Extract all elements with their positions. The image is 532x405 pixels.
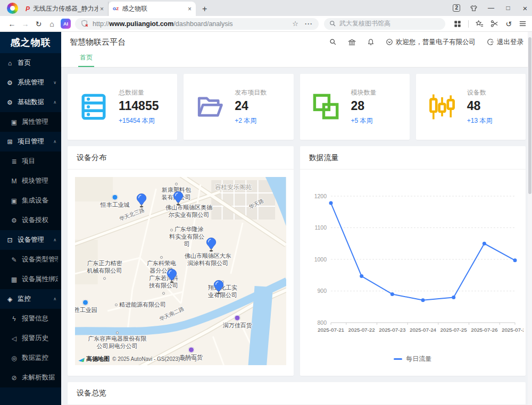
poi-dot-icon	[160, 256, 163, 259]
map-canvas[interactable]: 新康塑料包装有限公司容桂安乐阁苑恒丰工业城华天北三路佛山市顺德区奥德尔实业有限公…	[75, 177, 286, 365]
close-button[interactable]: ×	[521, 4, 529, 13]
theme-shirt-icon[interactable]	[470, 4, 478, 12]
sidebar-item-alarm-history[interactable]: ◁报警历史	[0, 328, 61, 348]
forward-button[interactable]: →	[19, 20, 32, 28]
sidebar-item-device-attribute-binding[interactable]: ▦设备属性绑定	[0, 269, 61, 289]
reload-button[interactable]: ↻	[32, 20, 45, 28]
gear-icon: ⚙	[6, 79, 14, 87]
sidebar-item-device-type-management[interactable]: ✎设备类型管理	[0, 250, 61, 269]
sidebar-item-device-management[interactable]: ⊡设备管理∧	[0, 230, 61, 250]
stat-label: 模块数量	[351, 88, 377, 97]
sidebar-item-basic-data[interactable]: ⚙基础数据∧	[0, 92, 61, 112]
amap-logo[interactable]: 高德地图	[78, 355, 110, 363]
stat-card-database: 总数据量114855+15454 本周	[68, 74, 177, 140]
device-marker-icon[interactable]	[173, 191, 184, 208]
modules-icon	[312, 92, 340, 121]
chart-body: 8009001000110012002025-07-212025-07-2220…	[300, 170, 526, 364]
map-poi-label: 佛山市顺德区奥德尔实业有限公司	[164, 205, 213, 220]
tab-close-icon[interactable]: ×	[100, 5, 104, 13]
map-label-text: 精进能源有限公司	[119, 301, 166, 308]
poi-dot-icon	[175, 183, 178, 185]
sidebar-item-data-monitoring[interactable]: ◎数据监控	[0, 348, 61, 368]
browser-tab-sensor[interactable]: P 无线压力传感器_静力水准仪_ ×	[21, 2, 109, 16]
bell-icon[interactable]	[367, 38, 375, 46]
chart-legend[interactable]: 每日流量	[394, 355, 431, 364]
map-label-text: 容桂安乐阁苑	[215, 184, 252, 190]
stat-value: 24	[235, 99, 267, 113]
search-box[interactable]: 武大复核图书馆高	[324, 18, 445, 30]
device-marker-icon[interactable]	[213, 280, 224, 297]
poi-dot-icon	[103, 277, 106, 280]
svg-text:2025-07-22: 2025-07-22	[348, 327, 375, 333]
favorites-icon[interactable]	[476, 20, 484, 28]
device-marker-icon[interactable]	[136, 193, 147, 210]
sidebar-item-monitoring[interactable]: ◈监控∧	[0, 289, 61, 309]
sidebar-item-label: 项目	[22, 157, 35, 166]
menu-icon[interactable]	[519, 20, 527, 28]
page-scrollbar[interactable]	[528, 32, 532, 405]
back-button[interactable]: ←	[5, 20, 19, 28]
stat-label: 总数据量	[119, 88, 159, 97]
logout-button[interactable]: 退出登录	[487, 38, 523, 47]
stat-delta: +5 本周	[351, 116, 377, 125]
tab-home[interactable]: 首页	[78, 53, 94, 67]
tab-count-badge[interactable]: 2	[453, 4, 460, 12]
sidebar-item-label: 系统管理	[18, 78, 44, 87]
stat-card-devices: 设备数48+13 本周	[416, 74, 526, 140]
map-poi-label: 胜工业园	[75, 300, 97, 314]
sidebar-item-label: 监控	[18, 294, 31, 303]
user-circle-icon	[386, 38, 393, 46]
browser-tab-ganzhi[interactable]: GZ 感之物联 ×	[109, 2, 196, 16]
scrollbar-thumb[interactable]	[528, 37, 531, 194]
sidebar-item-label: 首页	[18, 58, 31, 68]
sidebar-item-module-management[interactable]: M模块管理	[0, 171, 61, 191]
monitor-icon: ◎	[10, 355, 18, 362]
map-attribution: 高德地图 © 2025 AutoNavi - GS(2023)4677号	[78, 355, 197, 363]
minimize-button[interactable]: —	[487, 4, 495, 12]
sidebar-item-project[interactable]: ≣项目	[0, 151, 61, 171]
building-poi-icon	[112, 195, 118, 200]
undo-history-icon[interactable]: ↺	[505, 20, 512, 28]
sidebar-item-label: 基础数据	[18, 98, 44, 107]
tab-title: 无线压力传感器_静力水准仪_	[33, 4, 98, 13]
header-search-icon[interactable]	[329, 38, 337, 46]
sidebar-item-system-management[interactable]: ⚙系统管理∨	[0, 73, 61, 92]
map-label-text: 佛山市顺德区大东润涂料有限公司	[185, 252, 231, 266]
stat-label: 设备数	[467, 88, 493, 97]
sidebar-item-label: 模块管理	[22, 176, 48, 185]
maximize-button[interactable]: □	[504, 4, 512, 12]
sidebar-item-integrated-device[interactable]: ▣集成设备	[0, 191, 61, 210]
browser-window: P 无线压力传感器_静力水准仪_ × GZ 感之物联 × + 2 — □ × ←…	[0, 0, 532, 405]
address-bar[interactable]: http://www.puliangiot.com/dashboard/anal…	[75, 18, 319, 30]
svg-text:2025-07-23: 2025-07-23	[379, 327, 406, 333]
device-marker-icon[interactable]	[205, 237, 217, 254]
device-marker-icon[interactable]	[167, 268, 178, 285]
more-actions-icon[interactable]: ···	[305, 20, 313, 28]
svg-text:2025-07-21: 2025-07-21	[318, 327, 344, 333]
apps-grid-icon[interactable]	[454, 20, 461, 28]
sidebar-nav: ⌂首页⚙系统管理∨⚙基础数据∧▣属性管理⊞项目管理∧≣项目M模块管理▣集成设备⚙…	[0, 53, 61, 387]
new-tab-button[interactable]: +	[202, 4, 207, 14]
sidebar-item-device-authorization[interactable]: ⚙设备授权	[0, 210, 61, 230]
app-logo[interactable]: 感之物联	[0, 32, 61, 53]
browser-logo-icon[interactable]	[7, 3, 18, 14]
bank-icon[interactable]	[348, 38, 356, 46]
screenshot-scissors-icon[interactable]	[491, 20, 498, 28]
sidebar-item-project-management[interactable]: ⊞项目管理∧	[0, 132, 61, 151]
page-title: 智慧物联云平台	[70, 37, 126, 47]
shield-insecure-icon[interactable]	[81, 20, 89, 28]
database-icon	[79, 92, 108, 121]
ai-assistant-button[interactable]: AI	[61, 19, 71, 29]
sidebar-item-label: 属性管理	[22, 117, 48, 126]
home-button[interactable]: ⌂	[45, 20, 59, 28]
sidebar-item-alarm-info[interactable]: ϟ报警信息	[0, 309, 61, 328]
sidebar-item-attribute-management[interactable]: ▣属性管理	[0, 112, 61, 132]
tab-close-icon[interactable]: ×	[188, 5, 192, 13]
stat-cards: 总数据量114855+15454 本周发布项目数24+2 本周模块数量28+5 …	[68, 74, 526, 140]
sidebar-item-unparsed-data[interactable]: ⊘未解析数据	[0, 368, 61, 387]
bookmark-star-icon[interactable]: ☆	[292, 20, 298, 28]
legend-line-icon	[394, 358, 402, 360]
sidebar-item-home[interactable]: ⌂首页	[0, 53, 61, 73]
map-label-text: 广东华隆涂料实业有限公司	[169, 226, 204, 248]
user-welcome[interactable]: 欢迎您，普量电子有限公司	[386, 38, 476, 47]
